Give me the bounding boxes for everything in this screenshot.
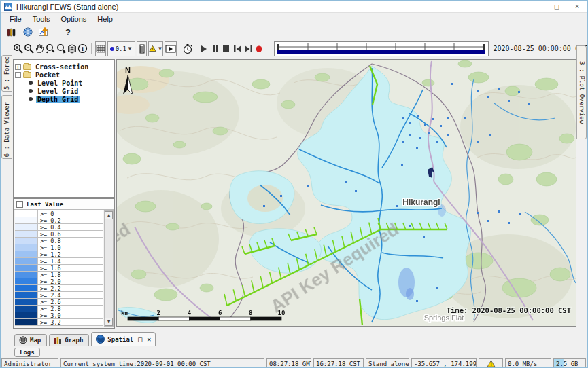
legend-value-label: >= 0.2 <box>38 217 103 223</box>
expand-icon[interactable]: + <box>15 64 21 70</box>
legend-row[interactable]: >= 0.4 <box>15 224 103 231</box>
layer-bullet-icon <box>29 81 33 85</box>
svg-text:N: N <box>125 66 131 74</box>
last-value-checkbox[interactable] <box>16 201 23 208</box>
legend-color-swatch <box>15 319 38 325</box>
scale-tick-label: 4 <box>188 310 192 316</box>
tree-item-pocket[interactable]: - Pocket <box>15 71 113 79</box>
legend-color-swatch <box>15 299 38 305</box>
legend-row[interactable]: >= 0.6 <box>15 231 103 238</box>
tree-item-level-point[interactable]: Level Point <box>15 79 113 87</box>
menu-options[interactable]: Options <box>56 14 91 24</box>
legend-row[interactable]: >= 1.4 <box>15 258 103 265</box>
skip-to-start-button[interactable] <box>232 41 243 56</box>
legend-row[interactable]: >= 0.8 <box>15 238 103 244</box>
menu-tools[interactable]: Tools <box>28 14 55 24</box>
legend-row[interactable]: >= 1.2 <box>15 251 103 258</box>
legend-row[interactable]: >= 2.2 <box>15 285 103 292</box>
record-button[interactable] <box>254 41 264 56</box>
svg-text:i: i <box>82 45 84 52</box>
legend-scrollbar[interactable]: ▲ ▼ <box>104 210 114 327</box>
scroll-down-icon[interactable]: ▼ <box>105 318 113 326</box>
legend-row[interactable]: >= 0 <box>15 210 103 217</box>
legend-table: >= 0>= 0.2>= 0.4>= 0.6>= 0.8>= 1.0>= 1.2… <box>15 210 103 326</box>
pane-close-icon[interactable]: ✕ <box>147 335 151 343</box>
help-button[interactable]: ? <box>60 25 76 39</box>
grid-display-button[interactable] <box>95 41 106 56</box>
collapse-icon[interactable]: - <box>15 72 21 78</box>
skip-to-end-button[interactable] <box>243 41 254 56</box>
sidebar-tab-forecast-label: 5 : Forecast <box>3 55 10 91</box>
toolbar-separator <box>91 43 92 54</box>
info-icon[interactable]: i <box>77 41 88 56</box>
menu-file[interactable]: File <box>5 14 27 24</box>
legend-color-swatch <box>15 258 38 264</box>
status-mode: Stand alone <box>366 358 409 368</box>
legend-row[interactable]: >= 2.8 <box>15 306 103 312</box>
pane-maximize-icon[interactable]: □ <box>138 335 142 343</box>
layers-icon[interactable] <box>67 41 77 56</box>
legend-row[interactable]: >= 2.6 <box>15 299 103 306</box>
sidebar-tab-data-viewer[interactable]: 6 : Data Viewer <box>1 95 12 159</box>
tree-item-depth-grid[interactable]: Depth Grid <box>15 95 113 103</box>
legend-row[interactable]: >= 2.0 <box>15 278 103 285</box>
zoom-in-icon[interactable] <box>13 41 24 56</box>
tab-map[interactable]: Map <box>14 334 47 346</box>
pan-hand-icon[interactable] <box>35 41 45 56</box>
zoom-next-icon[interactable] <box>56 41 67 56</box>
legend-title: Last Value <box>27 201 63 208</box>
animation-button[interactable] <box>165 41 177 56</box>
tree-item-label: Cross-section <box>34 63 90 71</box>
bottom-tab-bar: Map Graph Spatial □ ✕ <box>14 332 156 346</box>
logs-button[interactable]: Logs <box>14 348 40 357</box>
classbreak-dropdown[interactable]: 0.1 ▼ <box>107 41 135 56</box>
scalebar-button[interactable] <box>137 41 148 56</box>
status-warning-cell[interactable]: ! <box>479 358 503 368</box>
legend-row[interactable]: >= 2.4 <box>15 292 103 299</box>
warning-threshold-dropdown[interactable]: ! ▼ <box>148 41 163 56</box>
minimize-button[interactable]: – <box>526 1 547 12</box>
map-viewport[interactable]: API Key Required API Key Required Hikura… <box>116 59 576 327</box>
status-memory-gauge: 2.5 GB <box>553 358 586 368</box>
timeseries-icon[interactable] <box>36 25 52 39</box>
legend-color-swatch <box>15 217 38 223</box>
status-local-time: 16:27:18 CST <box>313 358 364 368</box>
close-button[interactable]: × <box>567 1 587 12</box>
tree-item-label: Level Point <box>36 79 84 87</box>
legend-color-swatch <box>15 265 38 271</box>
legend-row[interactable]: >= 1.6 <box>15 265 103 272</box>
menu-bar: File Tools Options Help <box>1 13 587 24</box>
explorer-icon[interactable] <box>3 25 20 39</box>
folder-icon <box>23 64 31 70</box>
bar-chart-icon <box>54 336 62 344</box>
tab-spatial[interactable]: Spatial □ ✕ <box>91 332 156 346</box>
tree-item-level-grid[interactable]: Level Grid <box>15 87 113 95</box>
pause-button[interactable] <box>210 41 221 56</box>
legend-value-label: >= 3.2 <box>38 319 103 325</box>
maximize-button[interactable]: □ <box>547 1 567 12</box>
map-display-icon[interactable] <box>20 25 36 39</box>
scroll-up-icon[interactable]: ▲ <box>105 211 113 219</box>
legend-row[interactable]: >= 1.8 <box>15 272 103 278</box>
sidebar-tab-plot-overview[interactable]: 3 : Plot Overview <box>576 45 587 139</box>
play-button[interactable] <box>198 41 209 56</box>
tree-item-label-selected: Depth Grid <box>36 96 80 103</box>
legend-row[interactable]: >= 0.2 <box>15 217 103 224</box>
sidebar-tab-forecast[interactable]: 5 : Forecast <box>1 55 12 92</box>
zoom-previous-icon[interactable] <box>45 41 56 56</box>
timer-icon[interactable] <box>182 41 193 56</box>
legend-row[interactable]: >= 3.2 <box>15 319 103 326</box>
legend-value-label: >= 2.6 <box>38 299 103 305</box>
stop-button[interactable] <box>221 41 232 56</box>
timeline-slider[interactable] <box>274 41 489 56</box>
spatial-globe-icon <box>96 335 105 344</box>
legend-row[interactable]: >= 3.0 <box>15 312 103 319</box>
tree-item-cross-section[interactable]: + Cross-section <box>15 62 113 71</box>
scale-tick-label: 10 <box>278 310 286 316</box>
menu-help[interactable]: Help <box>92 14 118 24</box>
tab-graph[interactable]: Graph <box>49 334 89 346</box>
globe-wireframe-icon <box>19 336 27 344</box>
zoom-out-icon[interactable] <box>24 41 35 56</box>
legend-value-label: >= 0.4 <box>38 224 103 230</box>
legend-row[interactable]: >= 1.0 <box>15 244 103 251</box>
